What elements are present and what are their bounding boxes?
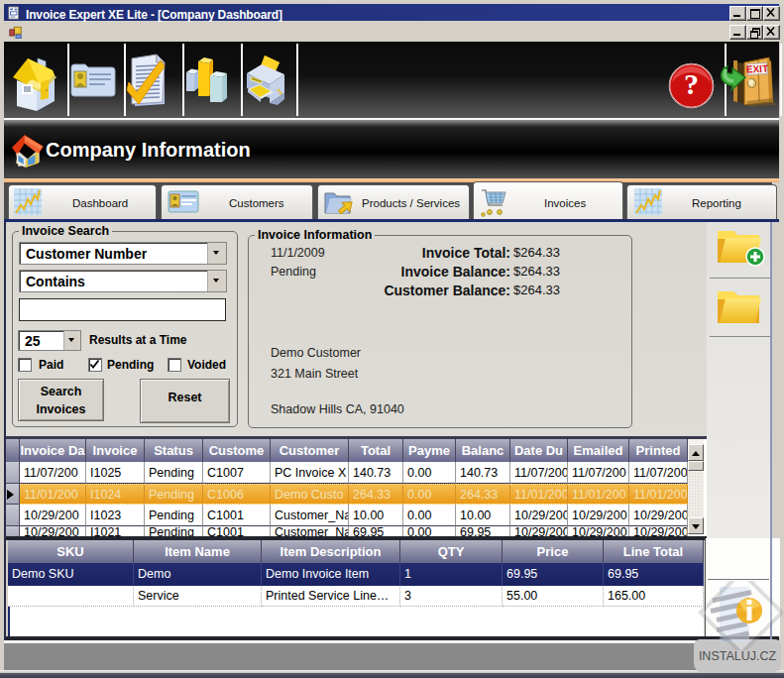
svg-text:EXIT: EXIT: [746, 62, 769, 74]
svg-text:?: ?: [684, 67, 699, 100]
